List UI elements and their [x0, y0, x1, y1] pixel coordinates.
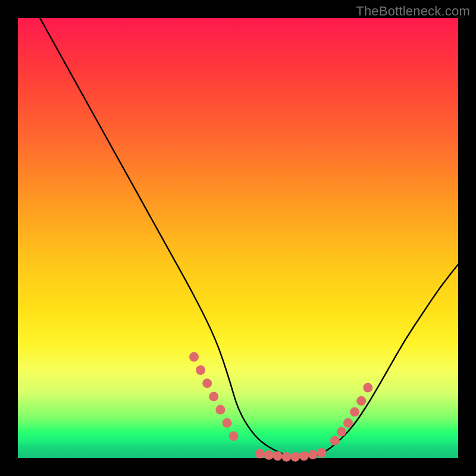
watermark-label: TheBottleneck.com	[356, 4, 470, 19]
svg-point-7	[255, 449, 265, 459]
svg-point-1	[196, 365, 205, 375]
svg-point-8	[264, 450, 274, 460]
svg-point-9	[273, 451, 283, 461]
svg-point-19	[356, 396, 366, 406]
svg-point-14	[317, 448, 327, 458]
svg-point-12	[299, 451, 309, 461]
curve-layer	[18, 18, 458, 458]
bottleneck-curve	[40, 18, 458, 458]
highlight-dots-left	[189, 352, 239, 441]
svg-point-18	[350, 407, 359, 416]
svg-point-3	[209, 392, 218, 401]
svg-point-4	[215, 405, 225, 415]
svg-point-0	[189, 352, 199, 362]
svg-point-13	[308, 450, 318, 459]
highlight-dots-right	[330, 383, 373, 446]
highlight-dots-bottom	[255, 448, 327, 462]
plot-area	[18, 18, 458, 458]
svg-point-2	[202, 378, 212, 388]
svg-point-5	[223, 418, 232, 428]
svg-point-20	[363, 383, 372, 393]
svg-point-16	[337, 427, 346, 437]
svg-point-11	[290, 452, 300, 462]
svg-point-15	[330, 436, 340, 445]
svg-point-17	[343, 418, 353, 428]
svg-point-10	[281, 452, 291, 462]
svg-point-6	[229, 431, 239, 441]
chart-stage: TheBottleneck.com	[0, 0, 476, 476]
